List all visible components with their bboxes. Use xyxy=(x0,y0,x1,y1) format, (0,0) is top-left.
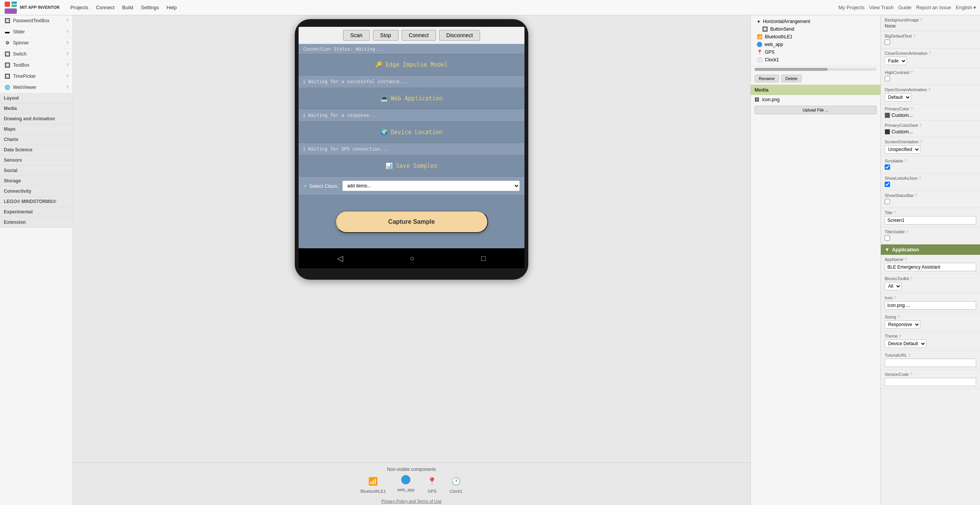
prop-open-animation-select[interactable]: Default xyxy=(885,93,911,102)
tree-item-gps[interactable]: 📍 GPS xyxy=(755,48,877,56)
help-icon-tv[interactable]: ? xyxy=(906,230,908,234)
help-icon-pcd[interactable]: ? xyxy=(919,123,921,128)
help-icon-csa[interactable]: ? xyxy=(929,51,931,56)
prop-title-visible-checkbox[interactable] xyxy=(885,235,890,241)
slider-help[interactable]: ? xyxy=(66,30,69,34)
nav-connect[interactable]: Connect xyxy=(93,3,118,12)
category-maps[interactable]: Maps xyxy=(0,124,72,134)
back-nav-icon[interactable]: ◁ xyxy=(337,254,343,263)
prop-screen-orientation-select[interactable]: Unspecified xyxy=(885,145,920,154)
nav-my-projects[interactable]: My Projects xyxy=(838,5,864,10)
stop-button[interactable]: Stop xyxy=(373,30,399,41)
capture-sample-button[interactable]: Capture Sample xyxy=(335,211,488,233)
nav-view-trash[interactable]: View Trash xyxy=(869,5,893,10)
passwordtextbox-help[interactable]: ? xyxy=(66,18,69,23)
tree-item-horizontal[interactable]: ▼ HorizontalArrangement xyxy=(755,18,877,25)
category-extension[interactable]: Extension xyxy=(0,217,72,228)
switch-help[interactable]: ? xyxy=(66,52,69,56)
textbox-help[interactable]: ? xyxy=(66,63,69,67)
web-app-status-text: Waiting for a response... xyxy=(308,113,377,118)
rename-button[interactable]: Rename xyxy=(755,75,779,82)
left-sidebar: 🔲 PasswordTextBox ? ▬ Slider ? ⚙ Spinner… xyxy=(0,15,73,505)
select-class-dropdown[interactable]: add items... xyxy=(342,180,520,191)
help-icon-title[interactable]: ? xyxy=(893,210,896,215)
scan-button[interactable]: Scan xyxy=(343,30,370,41)
nav-guide[interactable]: Guide xyxy=(898,5,911,10)
help-icon-osa[interactable]: ? xyxy=(928,87,931,92)
help-icon-icon[interactable]: ? xyxy=(894,295,896,300)
help-icon-theme[interactable]: ? xyxy=(899,334,901,338)
sidebar-item-passwordtextbox[interactable]: 🔲 PasswordTextBox ? xyxy=(0,15,72,26)
prop-blocks-toolkit-select[interactable]: All xyxy=(885,282,902,290)
sidebar-item-spinner[interactable]: ⚙ Spinner ? xyxy=(0,38,72,49)
sidebar-item-slider[interactable]: ▬ Slider ? xyxy=(0,26,72,38)
category-storage[interactable]: Storage xyxy=(0,176,72,186)
prop-show-status-bar-checkbox[interactable] xyxy=(885,199,890,204)
sidebar-item-textbox[interactable]: 🔲 TextBox ? xyxy=(0,60,72,71)
category-data-science[interactable]: Data Science xyxy=(0,145,72,155)
nav-settings[interactable]: Settings xyxy=(138,3,162,12)
category-charts[interactable]: Charts xyxy=(0,134,72,145)
help-icon-turl[interactable]: ? xyxy=(908,353,910,357)
sidebar-item-timepicker[interactable]: 🔲 TimePicker ? xyxy=(0,71,72,82)
help-icon-hc[interactable]: ? xyxy=(910,70,913,75)
prop-theme-select[interactable]: Device Default xyxy=(885,339,926,348)
help-icon-pc[interactable]: ? xyxy=(910,107,913,111)
web-app-section: 💻 Web Application xyxy=(299,88,524,109)
home-nav-icon[interactable]: ○ xyxy=(410,254,414,263)
nav-report-issue[interactable]: Report an Issue xyxy=(916,5,951,10)
category-connectivity[interactable]: Connectivity xyxy=(0,186,72,197)
privacy-link[interactable]: Privacy Policy and Terms of Use xyxy=(381,499,442,503)
category-experimental[interactable]: Experimental xyxy=(0,207,72,217)
webviewer-help[interactable]: ? xyxy=(66,85,69,90)
prop-appname-input[interactable] xyxy=(885,263,976,271)
help-icon-vc[interactable]: ? xyxy=(910,372,912,377)
help-icon-bg[interactable]: ? xyxy=(920,18,922,22)
phone-wrapper: Scan Stop Connect Disconnect Connection … xyxy=(73,15,750,462)
spinner-help[interactable]: ? xyxy=(66,41,69,45)
prop-close-animation-select[interactable]: Fade xyxy=(885,57,907,65)
tree-item-webapp[interactable]: web_app xyxy=(755,41,877,48)
tree-item-clock[interactable]: 🕐 Clock1 xyxy=(755,56,877,64)
prop-high-contrast-checkbox[interactable] xyxy=(885,76,890,81)
prop-title-input[interactable] xyxy=(885,216,976,225)
nav-language[interactable]: English ▾ xyxy=(956,5,976,10)
prop-tutorial-url-input[interactable] xyxy=(885,359,976,367)
category-layout[interactable]: Layout xyxy=(0,93,72,103)
prop-scrollable-checkbox[interactable] xyxy=(885,164,890,170)
tree-item-bluetooth[interactable]: 📶 BluetoothLE1 xyxy=(755,33,877,41)
tree-scrollbar[interactable] xyxy=(755,68,877,71)
sidebar-item-switch[interactable]: 🔲 Switch ? xyxy=(0,49,72,60)
help-icon-so[interactable]: ? xyxy=(920,139,922,144)
delete-button[interactable]: Delete xyxy=(781,75,802,82)
category-social[interactable]: Social xyxy=(0,166,72,176)
prop-sizing-select[interactable]: Responsive xyxy=(885,320,920,329)
help-icon-bdt[interactable]: ? xyxy=(913,34,915,38)
category-lego[interactable]: LEGO® MINDSTORMS® xyxy=(0,197,72,207)
prop-icon-input[interactable] xyxy=(885,301,976,310)
help-icon-slj[interactable]: ? xyxy=(919,176,921,180)
help-icon-bt[interactable]: ? xyxy=(910,276,913,281)
sidebar-item-webviewer[interactable]: 🌐 WebViewer ? xyxy=(0,82,72,93)
tree-item-buttonsend[interactable]: 🔲 ButtonSend xyxy=(755,25,877,33)
nav-projects[interactable]: Projects xyxy=(67,3,91,12)
nav-help[interactable]: Help xyxy=(163,3,180,12)
help-icon-scroll[interactable]: ? xyxy=(904,159,906,163)
disconnect-button[interactable]: Disconnect xyxy=(439,30,480,41)
help-icon-appname[interactable]: ? xyxy=(905,257,907,262)
gps-tree-label: GPS xyxy=(765,49,774,55)
category-sensors[interactable]: Sensors xyxy=(0,155,72,166)
nv-clock: 🕐 Clock1 xyxy=(450,475,463,494)
prop-big-default-text-checkbox[interactable] xyxy=(885,39,890,45)
help-icon-sizing[interactable]: ? xyxy=(897,315,900,319)
timepicker-help[interactable]: ? xyxy=(66,74,69,79)
connect-button[interactable]: Connect xyxy=(402,30,436,41)
nav-build[interactable]: Build xyxy=(119,3,136,12)
prop-version-code-input[interactable] xyxy=(885,378,976,386)
category-drawing[interactable]: Drawing and Animation xyxy=(0,114,72,124)
help-icon-ssb[interactable]: ? xyxy=(915,193,917,198)
upload-button[interactable]: Upload File ... xyxy=(755,106,877,114)
category-media[interactable]: Media xyxy=(0,103,72,114)
prop-show-lists-json-checkbox[interactable] xyxy=(885,182,890,187)
recent-nav-icon[interactable]: □ xyxy=(481,254,486,263)
